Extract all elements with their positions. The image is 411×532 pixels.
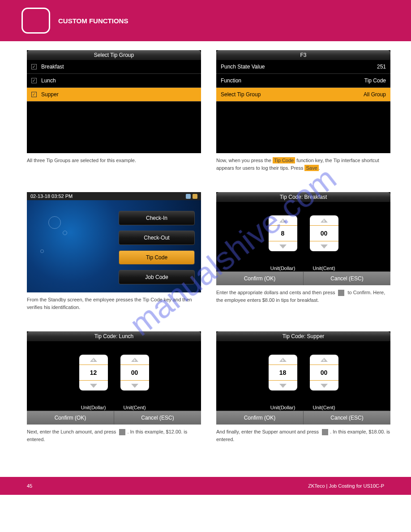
bubble-decor xyxy=(63,231,67,235)
dollar-value: 8 xyxy=(269,225,297,241)
dollar-value: 18 xyxy=(269,365,297,381)
confirm-button[interactable]: Confirm (OK) xyxy=(216,271,303,285)
cancel-button[interactable]: Cancel (ESC) xyxy=(114,411,201,425)
arrow-up-icon[interactable]: + xyxy=(120,355,149,365)
panel-title: Tip Code: Supper xyxy=(216,331,390,341)
setting-value: Tip Code xyxy=(364,77,386,84)
panel-f3: F3 Punch State Value 251 Function Tip Co… xyxy=(216,50,390,153)
tip-group-label: Supper xyxy=(41,91,59,98)
panel-title: F3 xyxy=(216,50,390,60)
page-header: CUSTOM FUNCTIONS xyxy=(0,0,411,41)
arrow-down-icon[interactable] xyxy=(269,241,297,251)
tip-group-label: Lunch xyxy=(41,77,56,84)
header-box-icon xyxy=(21,8,50,34)
page-footer: 45 ZKTeco | Job Costing for US10C-P xyxy=(0,477,411,495)
panel-caption: From the Standby screen, the employee pr… xyxy=(27,296,201,311)
unit-label: Unit(Cent) xyxy=(313,266,335,271)
panel-title: Tip Code: Breakfast xyxy=(216,192,390,202)
unit-label: Unit(Cent) xyxy=(313,405,335,410)
cent-spinner[interactable]: + 00 Unit(Cent) xyxy=(120,355,149,411)
arrow-up-icon[interactable]: + xyxy=(79,355,108,365)
footer-text: ZKTeco | Job Costing for US10C-P xyxy=(308,483,384,489)
checkbox-icon: ✓ xyxy=(31,92,37,97)
datetime: 02-13-18 03:52 PM xyxy=(30,193,73,199)
status-icon xyxy=(186,194,191,199)
setting-key: Select Tip Group xyxy=(221,91,261,98)
unit-label: Unit(Dollar) xyxy=(81,405,106,410)
dollar-spinner[interactable]: + 12 Unit(Dollar) xyxy=(79,355,108,411)
setting-value: 251 xyxy=(377,64,386,70)
arrow-up-icon[interactable]: + xyxy=(269,355,297,365)
dollar-spinner[interactable]: + 18 Unit(Dollar) xyxy=(269,355,297,411)
page-number: 45 xyxy=(27,483,32,489)
panel-select-tip-group: Select Tip Group ✓ Breakfast ✓ Lunch ✓ S… xyxy=(27,50,201,153)
panel-title: Select Tip Group xyxy=(27,50,201,60)
setting-value: All Group xyxy=(364,91,386,98)
panel-caption: Next, enter the Lunch amount, and press … xyxy=(27,428,201,443)
menu-tip-code[interactable]: Tip Code xyxy=(119,250,195,265)
tip-group-item[interactable]: ✓ Lunch xyxy=(27,74,201,88)
tip-group-label: Breakfast xyxy=(41,64,64,70)
dollar-value: 12 xyxy=(79,365,108,381)
unit-label: Unit(Dollar) xyxy=(270,405,295,410)
highlight: Save xyxy=(304,165,318,171)
menu-check-out[interactable]: Check-Out xyxy=(119,231,195,245)
cent-spinner[interactable]: + 00 Unit(Cent) xyxy=(310,355,338,411)
ok-key-icon xyxy=(322,429,328,435)
arrow-up-icon[interactable]: + xyxy=(310,215,338,225)
confirm-button[interactable]: Confirm (OK) xyxy=(216,411,303,425)
cent-spinner[interactable]: + 00 Unit(Cent) xyxy=(310,215,338,271)
panel-title: Tip Code: Lunch xyxy=(27,331,201,341)
checkbox-icon: ✓ xyxy=(31,78,37,83)
panel-tip-supper: Tip Code: Supper + 18 Unit(Dollar) + xyxy=(216,331,390,425)
dollar-spinner[interactable]: + 8 Unit(Dollar) xyxy=(269,215,297,271)
arrow-down-icon[interactable] xyxy=(120,381,149,390)
ok-key-icon xyxy=(338,290,344,296)
ok-key-icon xyxy=(119,429,125,435)
tip-group-item[interactable]: ✓ Breakfast xyxy=(27,60,201,74)
panel-tip-lunch: Tip Code: Lunch + 12 Unit(Dollar) + xyxy=(27,331,201,425)
standby-body: Check-In Check-Out Tip Code Job Code xyxy=(27,200,201,292)
cent-value: 00 xyxy=(310,225,338,241)
setting-row[interactable]: Punch State Value 251 xyxy=(216,60,390,74)
arrow-down-icon[interactable] xyxy=(310,381,338,390)
status-icon xyxy=(193,194,197,199)
panel-standby: 02-13-18 03:52 PM Check-In Check-Out Tip… xyxy=(27,192,201,292)
setting-row[interactable]: Select Tip Group All Group xyxy=(216,88,390,102)
panel-tip-breakfast: Tip Code: Breakfast + 8 Unit(Dollar) + xyxy=(216,192,390,285)
panel-caption: Now, when you press the Tip Code functio… xyxy=(216,157,390,172)
unit-label: Unit(Cent) xyxy=(123,405,146,410)
cancel-button[interactable]: Cancel (ESC) xyxy=(303,411,390,425)
tip-group-item[interactable]: ✓ Supper xyxy=(27,88,201,102)
arrow-down-icon[interactable] xyxy=(269,381,297,390)
panel-caption: Enter the appropriate dollars and cents … xyxy=(216,289,390,304)
status-bar: 02-13-18 03:52 PM xyxy=(27,192,201,200)
bubble-decor xyxy=(48,216,61,229)
bubble-decor xyxy=(40,249,44,253)
arrow-down-icon[interactable] xyxy=(310,241,338,251)
cent-value: 00 xyxy=(310,365,338,381)
content: Select Tip Group ✓ Breakfast ✓ Lunch ✓ S… xyxy=(0,41,411,463)
arrow-down-icon[interactable] xyxy=(79,381,108,390)
highlight: Tip Code xyxy=(273,157,295,163)
menu-job-code[interactable]: Job Code xyxy=(119,270,195,284)
cancel-button[interactable]: Cancel (ESC) xyxy=(303,271,390,285)
cent-value: 00 xyxy=(120,365,149,381)
setting-key: Punch State Value xyxy=(221,64,265,70)
panel-caption: All three Tip Groups are selected for th… xyxy=(27,157,201,164)
menu-check-in[interactable]: Check-In xyxy=(119,211,195,225)
confirm-button[interactable]: Confirm (OK) xyxy=(27,411,114,425)
checkbox-icon: ✓ xyxy=(31,64,37,69)
panel-caption: And finally, enter the Supper amount and… xyxy=(216,428,390,443)
arrow-up-icon[interactable]: + xyxy=(310,355,338,365)
arrow-up-icon[interactable]: + xyxy=(269,215,297,225)
unit-label: Unit(Dollar) xyxy=(270,266,295,271)
setting-row[interactable]: Function Tip Code xyxy=(216,74,390,88)
header-label: CUSTOM FUNCTIONS xyxy=(58,17,128,25)
setting-key: Function xyxy=(221,77,241,84)
